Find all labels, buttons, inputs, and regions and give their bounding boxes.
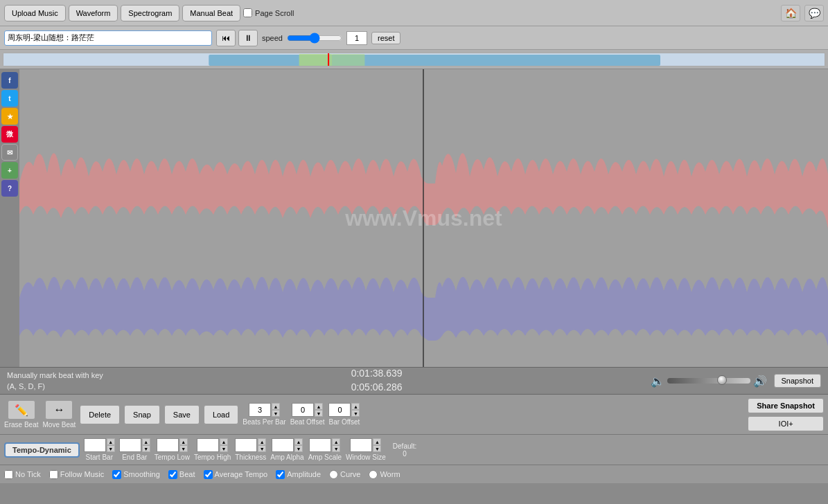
mail-button[interactable]: ✉ (1, 144, 18, 161)
erase-beat-group: ✏️ Erase Beat (4, 400, 38, 429)
beats-per-bar-down[interactable]: ▼ (272, 410, 280, 417)
move-beat-label: Move Beat (42, 421, 76, 429)
weibo-button[interactable]: 微 (1, 126, 18, 143)
amp-alpha-up[interactable]: ▲ (294, 438, 303, 445)
rewind-button[interactable]: ⏮ (216, 30, 236, 46)
window-size-down[interactable]: ▼ (373, 445, 381, 452)
average-tempo-checkbox[interactable] (204, 470, 213, 479)
amplitude-label: Amplitude (287, 470, 321, 478)
twitter-button[interactable]: t (1, 90, 18, 107)
worm-radio[interactable] (369, 470, 378, 479)
thickness-group: ▲ ▼ Thickness (235, 438, 266, 461)
bar-offset-input[interactable] (328, 403, 351, 417)
no-tick-checkbox[interactable] (4, 470, 13, 479)
bar-offset-arrows: ▲ ▼ (351, 403, 360, 417)
tempo-high-input[interactable] (197, 438, 219, 452)
tempo-low-down[interactable]: ▼ (179, 445, 188, 452)
tempo-high-down[interactable]: ▼ (220, 445, 228, 452)
window-size-input[interactable] (350, 438, 372, 452)
beats-per-bar-up[interactable]: ▲ (272, 403, 280, 410)
start-bar-label: Start Bar (86, 453, 113, 461)
pause-button[interactable]: ⏸ (238, 30, 258, 46)
volume-knob[interactable] (717, 375, 727, 385)
snap-button[interactable]: Snap (124, 405, 160, 424)
amp-scale-up[interactable]: ▲ (332, 438, 340, 445)
chat-icon-button[interactable]: 💬 (804, 5, 824, 21)
speed-value[interactable] (346, 31, 367, 45)
thickness-up[interactable]: ▲ (258, 438, 266, 445)
beat-offset-label: Beat Offset (290, 418, 325, 426)
tempo-low-input[interactable] (157, 438, 179, 452)
volume-slider-track[interactable] (667, 378, 750, 384)
page-scroll-label: Page Scroll (255, 9, 294, 17)
thickness-input[interactable] (235, 438, 257, 452)
follow-music-label: Follow Music (60, 470, 105, 478)
facebook-button[interactable]: f (1, 72, 18, 89)
save-button[interactable]: Save (164, 405, 200, 424)
tempo-dynamic-button[interactable]: Tempo-Dynamic (4, 442, 80, 458)
waveform-button[interactable]: Waveform (69, 5, 118, 21)
speed-slider[interactable] (287, 33, 342, 44)
load-button[interactable]: Load (204, 405, 238, 424)
amplitude-checkbox[interactable] (276, 470, 285, 479)
home-icon-button[interactable]: 🏠 (781, 5, 800, 21)
time-display: 0:01:38.639 0:05:06.286 (351, 367, 403, 394)
svg-rect-4 (328, 53, 329, 66)
curve-radio[interactable] (329, 470, 338, 479)
beat-offset-down[interactable]: ▼ (315, 410, 323, 417)
star-button[interactable]: ★ (1, 108, 18, 125)
beat-offset-input[interactable] (292, 403, 314, 417)
end-bar-input[interactable] (119, 438, 141, 452)
end-bar-down[interactable]: ▼ (142, 445, 150, 452)
track-name-input[interactable] (4, 30, 212, 46)
waveform-area[interactable]: www.Vmus.net (19, 69, 828, 367)
smoothing-checkbox[interactable] (112, 470, 121, 479)
beat-checkbox[interactable] (168, 470, 177, 479)
start-bar-up[interactable]: ▲ (107, 438, 115, 445)
thickness-down[interactable]: ▼ (258, 445, 266, 452)
page-scroll-checkbox[interactable] (243, 8, 252, 17)
tempo-low-up[interactable]: ▲ (179, 438, 188, 445)
svg-rect-1 (209, 55, 660, 66)
amp-scale-label: Amp Scale (308, 453, 342, 461)
move-beat-icon[interactable]: ↔️ (45, 400, 73, 420)
window-size-up[interactable]: ▲ (373, 438, 381, 445)
beats-per-bar-input[interactable] (249, 403, 271, 417)
start-bar-down[interactable]: ▼ (107, 445, 115, 452)
spectrogram-button[interactable]: Spectrogram (121, 5, 179, 21)
reset-button[interactable]: reset (371, 32, 400, 44)
amplitude-item: Amplitude (276, 470, 321, 479)
amp-alpha-down[interactable]: ▼ (294, 445, 303, 452)
start-bar-input[interactable] (84, 438, 106, 452)
amp-alpha-input[interactable] (272, 438, 294, 452)
help-button[interactable]: ? (1, 180, 18, 197)
bar-offset-down[interactable]: ▼ (351, 410, 360, 417)
tempo-high-up[interactable]: ▲ (220, 438, 228, 445)
time2: 0:05:06.286 (351, 381, 403, 395)
delete-button[interactable]: Delete (80, 405, 120, 424)
amp-alpha-group: ▲ ▼ Amp Alpha (270, 438, 303, 461)
status-line1: Manually mark beat with key (7, 370, 103, 381)
title-row: ⏮ ⏸ speed reset (0, 26, 828, 50)
erase-beat-icon[interactable]: ✏️ (8, 400, 35, 420)
overview-track[interactable] (3, 53, 825, 66)
amp-scale-down[interactable]: ▼ (332, 445, 340, 452)
bar-offset-up[interactable]: ▲ (351, 403, 360, 410)
amp-alpha-label: Amp Alpha (270, 453, 303, 461)
manual-beat-button[interactable]: Manual Beat (182, 5, 240, 21)
curve-item: Curve (329, 470, 360, 479)
end-bar-up[interactable]: ▲ (142, 438, 150, 445)
iol-button[interactable]: IOI+ (748, 416, 824, 431)
follow-music-checkbox[interactable] (49, 470, 58, 479)
snapshot-button[interactable]: Snapshot (774, 374, 821, 388)
share-snapshot-button[interactable]: Share Snapshot (748, 398, 824, 413)
waveform-svg (19, 69, 828, 367)
average-tempo-item: Average Tempo (204, 470, 268, 479)
curve-label: Curve (340, 470, 360, 478)
amp-scale-input[interactable] (309, 438, 331, 452)
plus-button[interactable]: + (1, 162, 18, 179)
beat-offset-up[interactable]: ▲ (315, 403, 323, 410)
upload-music-button[interactable]: Upload Music (4, 5, 66, 21)
top-bar: Upload Music Waveform Spectrogram Manual… (0, 0, 828, 26)
top-bar-right: 🏠 💬 (781, 5, 824, 21)
